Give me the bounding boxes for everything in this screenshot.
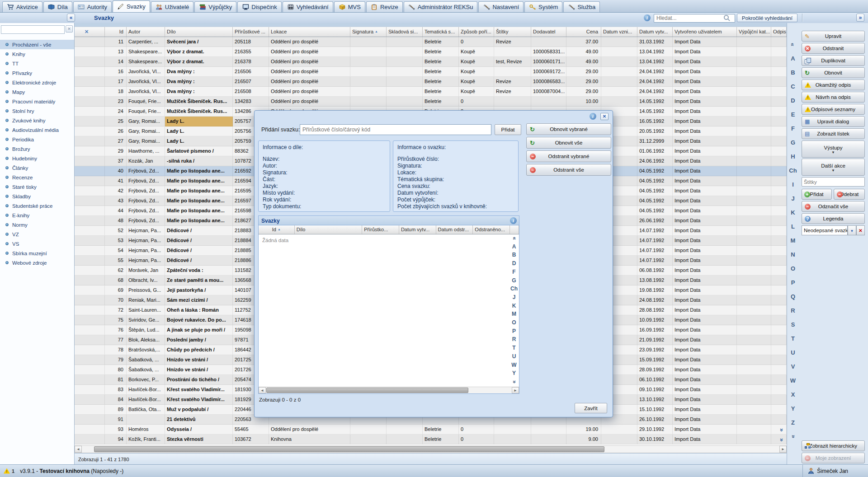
deselect-all-button[interactable]: −Odznačit vše <box>802 201 865 212</box>
sidebar-item-periodika[interactable]: Periodika <box>0 135 74 144</box>
column-header-lokace[interactable]: Lokace <box>269 27 350 37</box>
sidebar-item-clanky[interactable]: Články <box>0 163 74 173</box>
scroll-bottom-icon[interactable]: « <box>788 430 798 444</box>
tab-revize[interactable]: Revize <box>366 1 403 12</box>
tab-dispecink[interactable]: Dispečink <box>237 1 281 12</box>
alpha-g[interactable]: G <box>512 278 516 284</box>
sidebar-item-mapy[interactable]: Mapy <box>0 87 74 97</box>
sidebar-item-audiovizualni-media[interactable]: Audiovizuální média <box>0 125 74 135</box>
column-header-datum-vzni[interactable]: Datum vzni... <box>601 27 637 37</box>
alpha-q[interactable]: Q <box>788 290 798 304</box>
alpha-b[interactable]: B <box>512 252 516 258</box>
column-header-select[interactable]: ✕ <box>75 27 105 37</box>
alpha-x[interactable]: X <box>788 388 798 402</box>
column-header-skladova-si[interactable]: Skladová si... <box>387 27 423 37</box>
tab-dila[interactable]: Díla <box>43 1 72 12</box>
alpha-ch[interactable]: Ch <box>788 164 798 178</box>
tab-akvizice[interactable]: Akvizice <box>2 1 42 12</box>
column-header-cena[interactable]: Cena <box>566 27 601 37</box>
alpha-g[interactable]: G <box>788 136 798 150</box>
sidebar-item-recenze[interactable]: Recenze <box>0 173 74 182</box>
column-header-dilo[interactable]: Dílo <box>295 225 362 234</box>
tab-sluzba[interactable]: Služba <box>563 1 600 12</box>
info-icon[interactable]: i <box>510 217 517 224</box>
scroll-top-icon[interactable]: « <box>788 37 798 51</box>
sidebar-filter-input[interactable] <box>1 25 65 34</box>
sidebar-item-prochazeni-vse[interactable]: Procházení - vše <box>0 40 74 49</box>
alpha-j[interactable]: J <box>788 192 798 206</box>
table-row-94[interactable]: 94Kožík, Franti...Stezka věrnosti103672K… <box>75 435 787 444</box>
table-row-16[interactable]: 16Javořická, Vl...Dva mlýny :216506Odděl… <box>75 67 787 77</box>
tags-input[interactable] <box>802 177 865 187</box>
sidebar-item-sbirka-muzejni[interactable]: Sbírka muzejní <box>0 248 74 258</box>
table-row-17[interactable]: 17Javořická, Vl...Dva mlýny :216507Odděl… <box>75 77 787 87</box>
button-okamzity-odpis[interactable]: Okamžitý odpis <box>802 80 865 90</box>
table-row-11[interactable]: 11Carpentier, ...Svěcení jara /205118Odd… <box>75 37 787 47</box>
alpha-s[interactable]: S <box>788 318 798 332</box>
column-header-datum-odstr[interactable]: Datum odstr... <box>436 225 473 234</box>
add-button[interactable]: Přidat <box>495 124 521 135</box>
info-icon[interactable]: i <box>590 113 596 120</box>
tab-svazky[interactable]: Svazky <box>113 0 150 12</box>
tab-uzivatele[interactable]: Uživatelé <box>151 1 193 12</box>
scroll-bottom-icon[interactable]: « <box>513 379 516 385</box>
alpha-w[interactable]: W <box>788 374 798 388</box>
table-row-14[interactable]: 14Shakespeare...Výbor z dramat.216378Odd… <box>75 57 787 67</box>
alpha-n[interactable]: N <box>788 248 798 262</box>
alpha-t[interactable]: T <box>512 345 515 351</box>
column-header-id[interactable]: Id <box>105 27 127 37</box>
deselect-all-icon[interactable]: ✕ <box>85 29 89 34</box>
chevron-down-icon[interactable]: ▼ <box>848 225 856 235</box>
alpha-r[interactable]: R <box>512 337 516 342</box>
sidebar-item-stolni-hry[interactable]: Stolní hry <box>0 106 74 116</box>
search-input[interactable] <box>654 14 735 23</box>
column-header-odstraneno[interactable]: Odstraněno... <box>473 225 510 234</box>
alpha-r[interactable]: R <box>788 304 798 318</box>
button-vystupy[interactable]: Výstupy▼ <box>802 140 865 158</box>
table-row-13[interactable]: 13Shakespeare...Výbor z dramat.216355Odd… <box>75 47 787 57</box>
alpha-i[interactable]: I <box>788 178 798 192</box>
close-icon[interactable]: ✕ <box>600 113 609 120</box>
button-odstranit-vybrane[interactable]: −Odstranit vybrané <box>526 150 611 162</box>
column-header-signatura[interactable]: Signatura▲ <box>350 27 387 37</box>
alpha-d[interactable]: D <box>788 94 798 108</box>
tab-system[interactable]: Systém <box>524 1 562 12</box>
button-duplikovat[interactable]: Duplikovat <box>802 55 865 66</box>
button-upravit-dialog[interactable]: ▦Upravit dialog <box>802 116 865 127</box>
column-header-datum-vytv[interactable]: Datum vytv... <box>399 225 436 234</box>
scroll-left-icon[interactable]: ◄ <box>259 387 266 393</box>
alpha-z[interactable]: Z <box>788 416 798 430</box>
scroll-right-icon[interactable]: ► <box>779 446 787 453</box>
table-row-23[interactable]: 23Fouqué, Frie...Mužíček Šibeníček. Rus.… <box>75 97 787 107</box>
column-header-stitky[interactable]: Štítky <box>494 27 531 37</box>
collapse-sidebar-button[interactable]: « <box>67 14 75 22</box>
button-odpisove-seznamy[interactable]: Odpisové seznamy <box>802 104 865 115</box>
sidebar-item-vz[interactable]: VZ <box>0 229 74 239</box>
add-tag-button[interactable]: +Přidat <box>802 189 832 200</box>
alpha-f[interactable]: F <box>512 269 515 275</box>
sidebar-item-tt[interactable]: TT <box>0 59 74 68</box>
button-zobrazit-listek[interactable]: ▤Zobrazit lístek <box>802 128 865 139</box>
alpha-e[interactable]: E <box>788 108 798 122</box>
remove-tag-button[interactable]: −Odebrat <box>834 189 865 200</box>
scroll-top-icon[interactable]: « <box>513 235 516 241</box>
scrollbar-thumb[interactable] <box>266 388 468 393</box>
alpha-j[interactable]: J <box>513 295 516 300</box>
alpha-d[interactable]: D <box>512 261 516 267</box>
alpha-v[interactable]: V <box>788 360 798 374</box>
scroll-right-icon[interactable]: ► <box>512 387 519 393</box>
advanced-search-button[interactable]: Pokročilé vyhledávání <box>737 14 797 22</box>
alpha-m[interactable]: M <box>512 311 516 317</box>
sidebar-item-elektronicke-zdroje[interactable]: Elektronické zdroje <box>0 78 74 87</box>
column-header-vypujcni-kat[interactable]: Výpůjční kat... <box>737 27 771 37</box>
alpha-y[interactable]: Y <box>512 370 516 376</box>
sidebar-item-vs[interactable]: VS <box>0 239 74 248</box>
alpha-a[interactable]: A <box>512 244 516 250</box>
expand-panel-button[interactable]: » <box>856 14 864 22</box>
sidebar-item-pracovni-materialy[interactable]: Pracovní materiály <box>0 97 74 106</box>
column-header-tematicka-s[interactable]: Tematická s... <box>423 27 459 37</box>
scrollbar-thumb[interactable] <box>94 446 604 452</box>
button-dalsi-akce[interactable]: Další akce▼ <box>802 159 865 176</box>
button-odstranit[interactable]: ✕Odstranit <box>802 43 865 54</box>
horizontal-scrollbar[interactable]: ◄ ► <box>259 387 519 393</box>
